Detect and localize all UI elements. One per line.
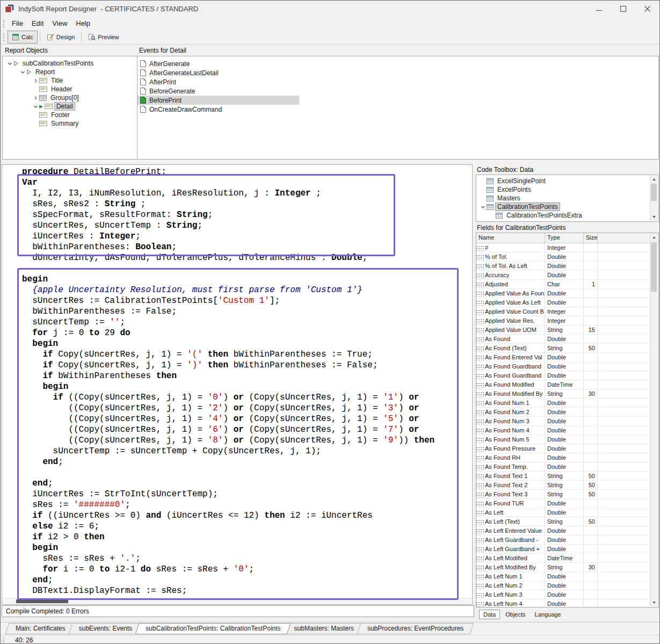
field-row[interactable]: As Found Text 2String50 <box>476 481 658 490</box>
code-line[interactable]: sRes, sRes2 : String ; <box>22 199 472 209</box>
toolbar-grip[interactable] <box>3 33 5 41</box>
event-item[interactable]: OnCreateDrawCommand <box>137 105 299 114</box>
field-row[interactable]: % of Tol. As LeftDouble <box>476 262 658 271</box>
code-line[interactable]: I, I2, I3, iNumResolution, iResResolutio… <box>22 188 472 199</box>
code-line[interactable]: if Copy(sUncertRes, j, 1) = '(' then bWi… <box>22 349 472 360</box>
code-line[interactable]: begin <box>22 381 472 392</box>
code-line[interactable]: sUncertTemp := sUncertTemp + Copy(sUncer… <box>22 446 472 457</box>
tab-preview[interactable]: Preview <box>84 31 123 44</box>
field-row[interactable]: AdjustedChar1 <box>476 280 658 289</box>
code-line[interactable]: sRes := sRes + '.'; <box>22 553 472 564</box>
drag-handle-icon[interactable] <box>476 373 484 379</box>
toolbox-item[interactable]: CalibrationTestPoints <box>476 202 658 211</box>
toolbox-tab-data[interactable]: Data <box>479 610 500 619</box>
code-line[interactable]: iUncertRes : Integer; <box>22 231 472 242</box>
code-line[interactable]: end; <box>22 575 472 585</box>
code-line[interactable]: ((Copy(sUncertRes, j, 1) = '2') or (Copy… <box>22 403 472 414</box>
field-row[interactable]: Applied Value UOMString15 <box>476 325 658 335</box>
scroll-down-button[interactable] <box>650 213 657 221</box>
report-tree-item[interactable]: ▶Detail <box>3 102 137 111</box>
drag-handle-icon[interactable] <box>476 537 484 543</box>
code-line[interactable]: dUncertainty, dAsFound, dTolerancePlus, … <box>22 252 472 263</box>
field-row[interactable]: As Found Num 5Double <box>476 435 658 444</box>
drag-handle-icon[interactable] <box>476 455 484 461</box>
drag-handle-icon[interactable] <box>476 528 484 534</box>
drag-handle-icon[interactable] <box>476 482 484 488</box>
field-row[interactable]: As Found Num 2Double <box>476 408 658 417</box>
code-line[interactable]: begin <box>22 542 472 553</box>
field-row[interactable]: As Left Modified ByString30 <box>476 563 658 572</box>
editor-horizontal-scrollbar[interactable] <box>2 598 472 604</box>
code-line[interactable]: sRes := '#######0'; <box>22 500 472 510</box>
toolbox-scrollbar[interactable] <box>650 176 658 221</box>
report-tree-item[interactable]: Footer <box>3 111 137 119</box>
drag-handle-icon[interactable] <box>476 546 484 552</box>
drag-handle-icon[interactable] <box>476 510 484 516</box>
code-line[interactable]: sSpecFormat, sResultFormat: String; <box>22 209 472 220</box>
drag-handle-icon[interactable] <box>476 318 484 324</box>
drag-handle-icon[interactable] <box>476 446 484 452</box>
scrollbar-thumb[interactable] <box>651 184 657 201</box>
code-line[interactable]: if ((iUncertRes >= 0) and (iUncertRes <=… <box>22 510 472 521</box>
field-row[interactable]: As Found RHDouble <box>476 453 658 462</box>
report-tree-item[interactable]: Groups[0] <box>3 93 137 102</box>
drag-handle-icon[interactable] <box>476 473 484 479</box>
code-line[interactable]: end; <box>22 478 472 489</box>
collapse-chevron-icon[interactable] <box>19 70 26 75</box>
field-row[interactable]: As Left (Text)String50 <box>476 517 658 526</box>
drag-handle-icon[interactable] <box>476 245 484 251</box>
drag-handle-icon[interactable] <box>476 309 484 315</box>
document-tab[interactable]: subProcedures: EventProcedures <box>359 623 472 634</box>
code-line[interactable]: bWithinParentheses := False; <box>22 306 472 317</box>
code-line[interactable]: else i2 := 6; <box>22 521 472 532</box>
column-header-size[interactable]: Size <box>584 233 598 243</box>
code-line[interactable]: procedure DetailBeforePrint; <box>22 167 472 177</box>
drag-handle-icon[interactable] <box>476 336 484 342</box>
drag-handle-icon[interactable] <box>476 300 484 306</box>
field-row[interactable]: As Found Text 1String50 <box>476 472 658 481</box>
tab-design[interactable]: Design <box>42 31 79 44</box>
drag-handle-icon[interactable] <box>476 519 484 525</box>
event-item[interactable]: AfterGenerateLastDetail <box>137 68 299 77</box>
menu-view[interactable]: View <box>48 18 71 29</box>
field-row[interactable]: #Integer <box>476 243 658 252</box>
field-row[interactable]: As Found Modified ByString30 <box>476 389 658 399</box>
field-row[interactable]: As Left Guardband -Double <box>476 536 658 545</box>
drag-handle-icon[interactable] <box>476 574 484 580</box>
close-button[interactable] <box>635 1 659 17</box>
expand-chevron-icon[interactable] <box>32 96 39 100</box>
toolbox-tab-language[interactable]: Language <box>531 610 565 619</box>
drag-handle-icon[interactable] <box>476 272 484 278</box>
drag-handle-icon[interactable] <box>476 345 484 351</box>
menu-file[interactable]: File <box>8 18 27 29</box>
event-item[interactable]: BeforeGenerate <box>137 86 299 96</box>
drag-handle-icon[interactable] <box>476 555 484 561</box>
document-tab[interactable]: subCalibrationTestPoints: CalibrationTes… <box>137 623 289 634</box>
code-line[interactable]: for i := 0 to i2-1 do sRes := sRes + '0'… <box>22 564 472 575</box>
field-row[interactable]: As Found PressureDouble <box>476 444 658 453</box>
report-tree-item[interactable]: Title <box>3 76 137 85</box>
event-item[interactable]: AfterPrint <box>137 77 299 86</box>
column-header-type[interactable]: Type <box>545 233 584 243</box>
code-line[interactable] <box>22 263 472 274</box>
field-row[interactable]: As Left Num 1Double <box>476 572 658 581</box>
tab-calc[interactable]: Calc <box>8 31 38 44</box>
menu-help[interactable]: Help <box>71 18 95 29</box>
drag-handle-icon[interactable] <box>476 437 484 443</box>
code-line[interactable]: Var <box>22 177 472 188</box>
field-row[interactable]: As Found (Text)String50 <box>476 344 658 353</box>
code-line[interactable]: if bWithinParentheses then <box>22 371 472 381</box>
event-item[interactable]: AfterGenerate <box>137 59 299 68</box>
field-row[interactable]: AccuracyDouble <box>476 271 658 280</box>
collapse-chevron-icon[interactable] <box>6 61 13 66</box>
code-line[interactable]: ((Copy(sUncertRes, j, 1) = '8') or (Copy… <box>22 435 472 446</box>
code-line[interactable]: sUncertTemp := ''; <box>22 317 472 328</box>
code-editor[interactable]: procedure DetailBeforePrint;Var I, I2, I… <box>2 164 473 605</box>
code-line[interactable]: iUncertRes := StrToInt(sUncertTemp); <box>22 489 472 500</box>
field-row[interactable]: As Found Temp.Double <box>476 462 658 472</box>
report-tree-item[interactable]: subCalibrationTestPoints <box>3 59 137 68</box>
scroll-down-button[interactable] <box>650 599 657 606</box>
report-tree-item[interactable]: Summary <box>3 119 137 128</box>
field-row[interactable]: As Left Guardband +Double <box>476 545 658 554</box>
menu-grip[interactable] <box>3 19 5 28</box>
